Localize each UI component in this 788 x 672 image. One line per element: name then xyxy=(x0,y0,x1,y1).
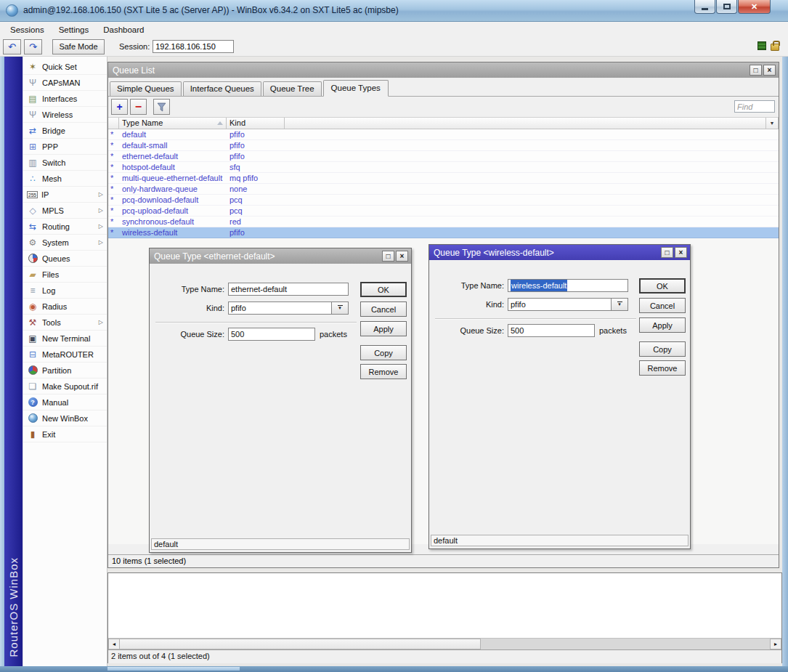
table-row[interactable]: *ethernet-defaultpfifo xyxy=(108,151,779,162)
sidebar-item-exit[interactable]: ▮Exit xyxy=(23,426,107,442)
kind-dropdown-button[interactable]: ▼ xyxy=(332,301,349,315)
ok-button[interactable]: OK xyxy=(360,282,407,297)
sidebar-item-capsman[interactable]: ΨCAPsMAN xyxy=(23,75,107,91)
column-type-name[interactable]: Type Name xyxy=(119,118,227,129)
mpls-icon: ◇ xyxy=(27,205,38,216)
sidebar-item-mesh[interactable]: ∴Mesh xyxy=(23,171,107,187)
tab-queue-tree[interactable]: Queue Tree xyxy=(263,81,322,96)
sidebar-item-switch[interactable]: ▥Switch xyxy=(23,155,107,171)
new-winbox-icon xyxy=(27,413,38,424)
cancel-button[interactable]: Cancel xyxy=(360,301,407,317)
sidebar-item-log[interactable]: ≡Log xyxy=(23,283,107,299)
dialog-titlebar[interactable]: Queue Type <wireless-default> □ × xyxy=(429,245,690,260)
table-row[interactable]: *pcq-download-defaultpcq xyxy=(108,195,779,206)
table-row-selected[interactable]: *wireless-defaultpfifo xyxy=(108,227,779,238)
kind-select[interactable]: pfifo xyxy=(508,298,612,311)
remove-button[interactable]: Remove xyxy=(360,364,407,379)
dialog-titlebar[interactable]: Queue Type <ethernet-default> □ × xyxy=(150,248,411,264)
sidebar-item-radius[interactable]: ◉Radius xyxy=(23,299,107,315)
column-select-button[interactable]: ▼ xyxy=(765,118,779,129)
scroll-right-button[interactable]: ▸ xyxy=(770,639,781,649)
sidebar-item-ppp[interactable]: ⊞PPP xyxy=(23,139,107,155)
sidebar-item-ip[interactable]: 255IP▷ xyxy=(23,187,107,203)
main-titlebar[interactable]: admin@192.168.106.150 (SXT Lite 5 ac (Se… xyxy=(0,0,788,22)
maximize-button[interactable]: □ xyxy=(382,251,394,262)
sidebar-item-quick-set[interactable]: ✶Quick Set xyxy=(23,59,107,75)
maximize-button[interactable]: □ xyxy=(750,65,762,76)
sidebar-item-manual[interactable]: Manual xyxy=(23,394,107,410)
table-row[interactable]: *only-hardware-queuenone xyxy=(108,184,779,195)
sidebar-item-metarouter[interactable]: ⊟MetaROUTER xyxy=(23,347,107,363)
sidebar-item-new-winbox[interactable]: New WinBox xyxy=(23,410,107,426)
table-row[interactable]: *synchronous-defaultred xyxy=(108,216,779,227)
copy-button[interactable]: Copy xyxy=(360,345,407,360)
manual-icon xyxy=(27,397,38,408)
menu-settings[interactable]: Settings xyxy=(52,24,97,36)
sidebar-item-bridge[interactable]: ⇄Bridge xyxy=(23,123,107,139)
close-button[interactable]: ✕ xyxy=(738,0,771,14)
window-title: admin@192.168.106.150 (SXT Lite 5 ac (Se… xyxy=(23,5,399,15)
sidebar-item-new-terminal[interactable]: ▣New Terminal xyxy=(23,331,107,347)
filter-button[interactable] xyxy=(153,99,170,115)
dialog-title: Queue Type <ethernet-default> xyxy=(153,251,382,262)
column-kind[interactable]: Kind xyxy=(227,118,285,129)
queue-size-unit: packets xyxy=(320,330,347,339)
ok-button[interactable]: OK xyxy=(639,278,686,294)
sidebar-item-queues[interactable]: Queues xyxy=(23,251,107,267)
scrollbar-thumb[interactable] xyxy=(120,639,481,649)
sidebar-item-files[interactable]: ▰Files xyxy=(23,267,107,283)
kind-select[interactable]: pfifo xyxy=(228,301,332,315)
maximize-button[interactable] xyxy=(716,0,737,14)
sidebar-item-routing[interactable]: ⇆Routing▷ xyxy=(23,219,107,235)
type-name-input[interactable]: wireless-default xyxy=(508,279,628,292)
sidebar-item-mpls[interactable]: ◇MPLS▷ xyxy=(23,203,107,219)
kind-dropdown-button[interactable]: ▼ xyxy=(612,298,628,311)
tools-icon: ⚒ xyxy=(27,317,38,328)
table-row[interactable]: *multi-queue-ethernet-defaultmq pfifo xyxy=(108,173,779,184)
close-button[interactable]: × xyxy=(396,251,408,262)
sidebar-item-interfaces[interactable]: ▤Interfaces xyxy=(23,91,107,107)
safe-mode-button[interactable]: Safe Mode xyxy=(52,39,105,54)
apply-button[interactable]: Apply xyxy=(360,321,407,336)
session-input[interactable] xyxy=(153,40,234,53)
type-name-input[interactable]: ethernet-default xyxy=(228,283,349,296)
selected-text: wireless-default xyxy=(511,280,567,291)
find-input[interactable] xyxy=(734,100,775,113)
connection-status-icon xyxy=(757,41,766,50)
menu-dashboard[interactable]: Dashboard xyxy=(96,24,151,36)
scroll-left-button[interactable]: ◂ xyxy=(108,639,120,649)
close-button[interactable]: × xyxy=(675,247,687,258)
redo-icon: ↷ xyxy=(29,41,37,52)
add-button[interactable]: + xyxy=(111,99,128,115)
dialog-status: default xyxy=(431,535,689,546)
tab-queue-types[interactable]: Queue Types xyxy=(323,80,389,97)
tab-interface-queues[interactable]: Interface Queues xyxy=(183,81,261,96)
table-row[interactable]: *default-smallpfifo xyxy=(108,140,779,151)
queue-list-titlebar[interactable]: Queue List □ × xyxy=(108,62,779,78)
scrollbar-track[interactable] xyxy=(481,639,770,649)
sidebar-item-partition[interactable]: Partition xyxy=(23,363,107,378)
table-row[interactable]: *pcq-upload-defaultpcq xyxy=(108,206,779,216)
cancel-button[interactable]: Cancel xyxy=(639,298,686,313)
sidebar-item-tools[interactable]: ⚒Tools▷ xyxy=(23,315,107,331)
sidebar-item-system[interactable]: ⚙System▷ xyxy=(23,235,107,251)
remove-button[interactable]: Remove xyxy=(639,360,686,376)
sidebar-item-wireless[interactable]: ΨWireless xyxy=(23,107,107,123)
maximize-button[interactable]: □ xyxy=(661,247,673,258)
remove-button[interactable]: − xyxy=(130,99,147,115)
sidebar-item-make-supout[interactable]: ❏Make Supout.rif xyxy=(23,378,107,394)
table-row[interactable]: *hotspot-defaultsfq xyxy=(108,162,779,173)
queue-size-input[interactable]: 500 xyxy=(228,328,315,341)
close-button[interactable]: × xyxy=(763,65,776,76)
column-flag[interactable] xyxy=(108,118,119,129)
menu-sessions[interactable]: Sessions xyxy=(3,24,52,36)
queue-size-input[interactable]: 500 xyxy=(508,324,595,337)
copy-button[interactable]: Copy xyxy=(639,341,686,357)
minimize-button[interactable] xyxy=(694,0,715,14)
table-row[interactable]: *defaultpfifo xyxy=(108,129,779,140)
dialog-title: Queue Type <wireless-default> xyxy=(432,248,661,258)
redo-button[interactable]: ↷ xyxy=(24,39,42,54)
tab-simple-queues[interactable]: Simple Queues xyxy=(110,81,182,96)
apply-button[interactable]: Apply xyxy=(639,317,686,333)
undo-button[interactable]: ↶ xyxy=(3,39,21,54)
